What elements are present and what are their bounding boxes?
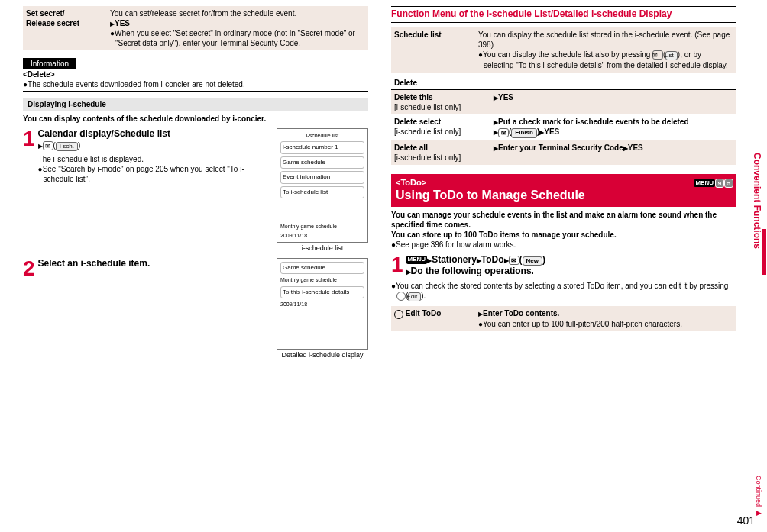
menu-icon: MENU (694, 179, 715, 187)
edit-v1: Enter ToDo contents. (483, 309, 559, 318)
todo-step-number: 1 (391, 254, 403, 276)
schedule-list-label: Schedule list (391, 27, 475, 42)
page-number: 401 (737, 514, 755, 527)
step-1: 1 Calendar display/Schedule list ✉(i-sch… (23, 128, 368, 253)
right-column: Function Menu of the i-schedule List/Det… (391, 6, 736, 360)
todo-step-l1: You can check the stored contents by sel… (396, 282, 728, 290)
mail-icon-3: ✉ (498, 128, 509, 137)
delete-this-row: Delete this [i-schedule list only] YES (391, 90, 736, 114)
phone1-r4: To i-schedule list (280, 186, 364, 198)
del2-val: Put a check mark for i-schedule events t… (490, 114, 736, 140)
phone2-r1: Game schedule (280, 262, 364, 274)
set-secret-text2: When you select "Set secret" in ordinary… (115, 29, 355, 47)
del2-sub: [i-schedule list only] (394, 127, 461, 136)
phone-mock-1: i-schedule list i-schedule number 1 Game… (277, 128, 368, 253)
schedule-list-val: You can display the schedule list stored… (475, 27, 736, 73)
sidebar-tab (762, 229, 766, 275)
code-5: 5 (724, 179, 733, 188)
del1-val-text: YES (498, 93, 513, 102)
code-9: 9 (715, 179, 724, 188)
step-1-l2: ●See "Search by i-mode" on page 205 when… (38, 164, 269, 184)
delete-block: Delete this [i-schedule list only] YES D… (391, 90, 736, 165)
continued-text: Continued (755, 476, 762, 507)
sched-l1: You can display the schedule list stored… (478, 30, 733, 50)
set-secret-line2: ●When you select "Set secret" in ordinar… (110, 28, 365, 48)
del3-val-text: Enter your Terminal Security Code (498, 143, 623, 152)
todo-label: ToDo (481, 254, 504, 265)
step-1-l1: The i-schedule list is displayed. (38, 154, 269, 164)
edit-button[interactable]: Edit (408, 292, 421, 301)
finish-button[interactable]: Finish (511, 128, 537, 137)
phone1-caption: i-schedule list (277, 244, 368, 253)
set-secret-yes: YES (110, 18, 365, 28)
delete-this-label: Delete this [i-schedule list only] (391, 90, 490, 114)
phone1-title: i-schedule list (280, 132, 364, 139)
phone1-r5: Monthly game schedule (280, 223, 364, 230)
phone1-r2: Game schedule (280, 156, 364, 169)
phone2-r4: 2009/11/18 (280, 301, 364, 308)
delete-subhead: <Delete> (23, 69, 368, 79)
phone2-caption: Detailed i-schedule display (277, 351, 368, 360)
set-secret-label: Set secret/ Release secret (23, 6, 107, 31)
todo-head: <ToDo> Using ToDo to Manage Schedule MEN… (391, 174, 736, 207)
phone-mock-2: Game schedule Monthly game schedule To t… (277, 258, 368, 360)
delete-select-row: Delete select [i-schedule list only] Put… (391, 114, 736, 140)
information-block: Information <Delete> ●The schedule event… (23, 58, 368, 92)
todo-p1: You can manage your schedule events in t… (391, 210, 736, 230)
edit-todo-row: Edit ToDo Enter ToDo contents. ●You can … (391, 306, 736, 330)
todo-section: <ToDo> Using ToDo to Manage Schedule MEN… (391, 174, 736, 331)
del1-label: Delete this (394, 93, 433, 102)
phone2-r2: Monthly game schedule (280, 276, 364, 283)
do-following-label: Do the following operations. (411, 266, 534, 276)
isch-button[interactable]: i-sch. (56, 142, 78, 151)
sched-l2-text: You can display the schedule list also b… (483, 50, 650, 59)
menu-shortcut: MENU95 (694, 176, 733, 189)
displaying-intro: You can display contents of the schedule… (23, 114, 368, 124)
step-1-l2-text: See "Search by i-mode" on page 205 when … (43, 165, 244, 183)
set-secret-row: Set secret/ Release secret You can set/r… (23, 6, 368, 50)
todo-p3-text: See page 396 for how alarm works. (396, 240, 516, 249)
del2-label: Delete select (394, 118, 441, 126)
sidebar-text: Convenient Functions (752, 153, 762, 249)
todo-step-1: 1 MENUStationeryToDo✉(New) Do the follow… (391, 254, 736, 302)
edit-todo-text: Edit ToDo (406, 309, 441, 318)
edit-todo-label: Edit ToDo (391, 306, 475, 321)
step-2: 2 Select an i-schedule item. Game schedu… (23, 258, 368, 360)
left-column: Set secret/ Release secret You can set/r… (23, 6, 368, 360)
new-button[interactable]: New (523, 256, 542, 266)
set-secret-line1: You can set/release secret for/from the … (110, 8, 365, 18)
edit-v2-wrap: ●You can enter up to 100 full-pitch/200 … (478, 319, 733, 329)
delete-body: ●The schedule events downloaded from i-c… (23, 79, 368, 89)
delete-all-row: Delete all [i-schedule list only] Enter … (391, 140, 736, 165)
mail-icon: ✉ (43, 141, 53, 150)
del1-sub: [i-schedule list only] (394, 103, 461, 111)
del3-sub: [i-schedule list only] (394, 153, 461, 162)
menu-icon-2: MENU (406, 256, 428, 263)
phone2-r3: To this i-schedule details (280, 286, 364, 298)
set-secret-val: You can set/release secret for/from the … (107, 6, 368, 50)
list-button[interactable]: List (665, 51, 677, 60)
circle-key-icon (396, 292, 406, 301)
step-1-title: Calendar display/Schedule list (38, 128, 269, 140)
phone1-r6: 2009/11/18 (280, 232, 364, 239)
edit-todo-val: Enter ToDo contents. ●You can enter up t… (475, 306, 736, 330)
delete-select-label: Delete select [i-schedule list only] (391, 114, 490, 139)
todo-title: Using ToDo to Manage Schedule (396, 188, 732, 204)
delete-all-label: Delete all [i-schedule list only] (391, 140, 490, 165)
sched-l2: ●You can display the schedule list also … (478, 50, 733, 70)
del3-val: Enter your Terminal Security CodeYES (490, 140, 736, 155)
step-1-number: 1 (23, 128, 35, 150)
function-menu-head: Function Menu of the i-schedule List/Det… (391, 7, 736, 22)
displaying-ischedule-head: Displaying i-schedule (23, 98, 368, 111)
information-badge: Information (23, 58, 76, 69)
del2-val1: Put a check mark for i-schedule events t… (498, 118, 689, 126)
del1-val: YES (490, 90, 736, 105)
todo-p3: ●See page 396 for how alarm works. (391, 240, 736, 250)
mail-icon-2: ✉ (652, 50, 663, 60)
delete-head: Delete (391, 76, 736, 89)
circle-key-icon-2 (394, 310, 403, 319)
step-2-number: 2 (23, 258, 35, 279)
todo-step-note: ●You can check the stored contents by se… (391, 281, 736, 301)
mail-icon-4: ✉ (509, 256, 519, 265)
todo-tag: <ToDo> (396, 177, 732, 188)
